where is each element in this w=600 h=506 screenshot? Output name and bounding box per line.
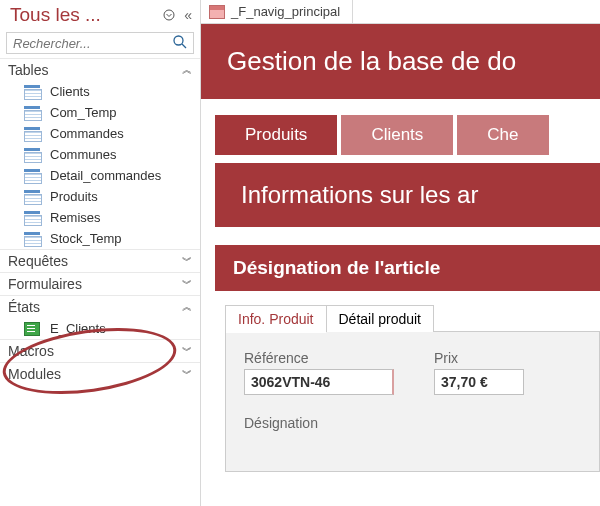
inner-tabs: Info. Produit Détail produit: [225, 305, 600, 332]
expand-down-icon: ︾: [182, 257, 190, 265]
search-input[interactable]: [6, 32, 194, 54]
form-header-title: Gestion de la base de do: [201, 24, 600, 99]
nav-title: Tous les ...: [10, 4, 160, 26]
group-label: Formulaires: [8, 276, 82, 292]
field-reference: Référence: [244, 350, 394, 395]
nav-item-commandes[interactable]: Commandes: [0, 123, 200, 144]
group-etats[interactable]: États ︽: [0, 295, 200, 318]
navigation-pane: Tous les ... « Tables ︽ Clients Com_Temp…: [0, 0, 201, 506]
group-requetes[interactable]: Requêtes ︾: [0, 249, 200, 272]
nav-header[interactable]: Tous les ... «: [0, 0, 200, 30]
tab-label: _F_navig_principal: [231, 4, 340, 19]
section-designation-title: Désignation de l'article: [215, 245, 600, 291]
table-icon: [24, 106, 40, 120]
group-label: États: [8, 299, 40, 315]
search-icon[interactable]: [172, 34, 190, 52]
tab-f-navig-principal[interactable]: _F_navig_principal: [201, 0, 353, 23]
document-tabs: _F_navig_principal: [201, 0, 600, 24]
form-icon: [209, 5, 225, 19]
svg-line-2: [182, 44, 186, 48]
nav-item-communes[interactable]: Communes: [0, 144, 200, 165]
group-formulaires[interactable]: Formulaires ︾: [0, 272, 200, 295]
nav-item-clients[interactable]: Clients: [0, 81, 200, 102]
nav-item-produits[interactable]: Produits: [0, 186, 200, 207]
expand-down-icon: ︾: [182, 347, 190, 355]
group-label: Tables: [8, 62, 48, 78]
group-modules[interactable]: Modules ︾: [0, 362, 200, 385]
search-box: [6, 32, 194, 54]
nav-item-e-clients[interactable]: E_Clients: [0, 318, 200, 339]
nav-item-stock-temp[interactable]: Stock_Temp: [0, 228, 200, 249]
product-panel: Référence Prix Désignation: [225, 331, 600, 472]
form-tab-produits[interactable]: Produits: [215, 115, 337, 155]
table-icon: [24, 127, 40, 141]
table-icon: [24, 169, 40, 183]
expand-down-icon: ︾: [182, 280, 190, 288]
collapse-up-icon: ︽: [182, 303, 190, 311]
nav-item-com-temp[interactable]: Com_Temp: [0, 102, 200, 123]
nav-item-detail-commandes[interactable]: Detail_commandes: [0, 165, 200, 186]
form-tab-che[interactable]: Che: [457, 115, 548, 155]
form-tabs: Produits Clients Che: [215, 115, 600, 155]
table-icon: [24, 148, 40, 162]
table-icon: [24, 211, 40, 225]
report-icon: [24, 322, 40, 336]
table-icon: [24, 85, 40, 99]
nav-item-remises[interactable]: Remises: [0, 207, 200, 228]
designation-label: Désignation: [244, 415, 581, 431]
group-label: Modules: [8, 366, 61, 382]
group-label: Macros: [8, 343, 54, 359]
reference-input[interactable]: [244, 369, 394, 395]
chevron-down-icon[interactable]: [160, 6, 178, 24]
prix-label: Prix: [434, 350, 524, 366]
svg-point-1: [174, 36, 183, 45]
form-body: Gestion de la base de do Produits Client…: [201, 24, 600, 506]
section-info-title: Informations sur les ar: [215, 163, 600, 227]
collapse-pane-icon[interactable]: «: [184, 7, 192, 23]
reference-label: Référence: [244, 350, 394, 366]
svg-point-0: [164, 10, 174, 20]
group-macros[interactable]: Macros ︾: [0, 339, 200, 362]
content-area: _F_navig_principal Gestion de la base de…: [201, 0, 600, 506]
inner-tab-detail-produit[interactable]: Détail produit: [326, 305, 435, 332]
expand-down-icon: ︾: [182, 370, 190, 378]
group-tables[interactable]: Tables ︽: [0, 58, 200, 81]
field-prix: Prix: [434, 350, 524, 395]
group-label: Requêtes: [8, 253, 68, 269]
table-icon: [24, 232, 40, 246]
table-icon: [24, 190, 40, 204]
collapse-up-icon: ︽: [182, 66, 190, 74]
inner-tab-info-produit[interactable]: Info. Produit: [225, 305, 327, 332]
prix-input[interactable]: [434, 369, 524, 395]
form-tab-clients[interactable]: Clients: [341, 115, 453, 155]
